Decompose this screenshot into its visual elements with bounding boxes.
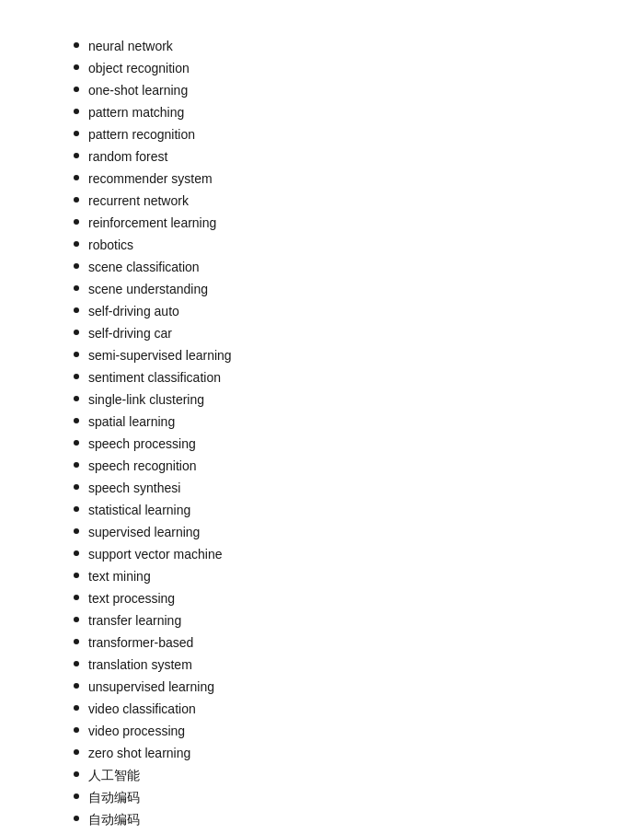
- bullet-dot-icon: [74, 374, 79, 379]
- list-item-text: text processing: [88, 589, 175, 608]
- list-item: semi-supervised learning: [74, 346, 570, 365]
- list-item-text: pattern recognition: [88, 125, 195, 145]
- list-item: zero shot learning: [74, 744, 570, 763]
- list-item-text: 人工智能: [88, 766, 140, 785]
- bullet-dot-icon: [74, 396, 79, 401]
- list-item: neural network: [74, 37, 570, 56]
- bullet-dot-icon: [74, 64, 79, 70]
- bullet-dot-icon: [74, 705, 79, 711]
- page-content: neural networkobject recognitionone-shot…: [0, 0, 644, 834]
- list-item: single-link clustering: [74, 390, 570, 410]
- list-item: 自动编码: [74, 788, 570, 807]
- list-item-text: sentiment classification: [88, 368, 221, 388]
- bullet-dot-icon: [74, 793, 79, 799]
- list-item: text mining: [74, 567, 570, 586]
- list-item-text: random forest: [88, 147, 167, 167]
- list-item-text: reinforcement learning: [88, 214, 216, 233]
- list-item: object recognition: [74, 59, 570, 78]
- bullet-dot-icon: [74, 639, 79, 644]
- bullet-dot-icon: [74, 42, 79, 48]
- list-item: transfer learning: [74, 611, 570, 631]
- bullet-dot-icon: [74, 330, 79, 335]
- bullet-list: neural networkobject recognitionone-shot…: [74, 37, 570, 834]
- list-item: supervised learning: [74, 523, 570, 542]
- list-item: one-shot learning: [74, 81, 570, 100]
- list-item-text: one-shot learning: [88, 81, 188, 100]
- list-item-text: self-driving car: [88, 324, 172, 343]
- list-item-text: neural network: [88, 37, 173, 56]
- list-item-text: single-link clustering: [88, 390, 204, 410]
- bullet-dot-icon: [74, 595, 79, 600]
- bullet-dot-icon: [74, 440, 79, 446]
- bullet-dot-icon: [74, 109, 79, 114]
- list-item: pattern recognition: [74, 125, 570, 145]
- list-item: spatial learning: [74, 412, 570, 432]
- list-item-text: speech synthesi: [88, 479, 180, 498]
- bullet-dot-icon: [74, 816, 79, 821]
- list-item: 人工智能: [74, 766, 570, 785]
- list-item: speech processing: [74, 434, 570, 454]
- list-item: scene classification: [74, 258, 570, 277]
- bullet-dot-icon: [74, 263, 79, 269]
- list-item-text: scene classification: [88, 258, 200, 277]
- list-item-text: zero shot learning: [88, 744, 190, 763]
- list-item: recurrent network: [74, 191, 570, 211]
- list-item: video classification: [74, 700, 570, 719]
- list-item-text: video processing: [88, 722, 185, 741]
- list-item: recommender system: [74, 169, 570, 189]
- list-item-text: transfer learning: [88, 611, 181, 631]
- list-item-text: self-driving auto: [88, 302, 179, 321]
- list-item: transformer-based: [74, 633, 570, 653]
- list-item: speech recognition: [74, 457, 570, 476]
- bullet-dot-icon: [74, 307, 79, 313]
- bullet-dot-icon: [74, 197, 79, 203]
- bullet-dot-icon: [74, 550, 79, 556]
- list-item-text: 自动编码: [88, 788, 140, 807]
- list-item-text: video classification: [88, 700, 196, 719]
- list-item-text: speech processing: [88, 434, 196, 454]
- bullet-dot-icon: [74, 131, 79, 136]
- list-item: statistical learning: [74, 501, 570, 520]
- list-item: random forest: [74, 147, 570, 167]
- list-item-text: translation system: [88, 655, 192, 675]
- list-item-text: pattern matching: [88, 103, 184, 122]
- list-item: pattern matching: [74, 103, 570, 122]
- bullet-dot-icon: [74, 528, 79, 534]
- list-item: video processing: [74, 722, 570, 741]
- list-item: 自动编码: [74, 810, 570, 829]
- list-item-text: spatial learning: [88, 412, 175, 432]
- bullet-dot-icon: [74, 175, 79, 180]
- list-item-text: support vector machine: [88, 545, 223, 564]
- bullet-dot-icon: [74, 749, 79, 755]
- list-item-text: robotics: [88, 236, 133, 255]
- bullet-dot-icon: [74, 241, 79, 247]
- list-item: reinforcement learning: [74, 214, 570, 233]
- bullet-dot-icon: [74, 219, 79, 225]
- bullet-dot-icon: [74, 87, 79, 92]
- list-item: scene understanding: [74, 280, 570, 299]
- bullet-dot-icon: [74, 462, 79, 468]
- list-item-text: supervised learning: [88, 523, 200, 542]
- list-item: self-driving car: [74, 324, 570, 343]
- list-item-text: semi-supervised learning: [88, 346, 232, 365]
- list-item: unsupervised learning: [74, 678, 570, 697]
- bullet-dot-icon: [74, 484, 79, 490]
- bullet-dot-icon: [74, 352, 79, 357]
- list-item-text: object recognition: [88, 59, 190, 78]
- list-item: sentiment classification: [74, 368, 570, 388]
- bullet-dot-icon: [74, 285, 79, 291]
- bullet-dot-icon: [74, 727, 79, 733]
- list-item: support vector machine: [74, 545, 570, 564]
- list-item: speech synthesi: [74, 479, 570, 498]
- bullet-dot-icon: [74, 506, 79, 512]
- bullet-dot-icon: [74, 771, 79, 777]
- list-item-text: recurrent network: [88, 191, 189, 211]
- list-item-text: transformer-based: [88, 633, 193, 653]
- list-item-text: scene understanding: [88, 280, 208, 299]
- list-item-text: unsupervised learning: [88, 678, 214, 697]
- list-item-text: statistical learning: [88, 501, 190, 520]
- bullet-dot-icon: [74, 661, 79, 666]
- list-item-text: speech recognition: [88, 457, 197, 476]
- list-item-text: recommender system: [88, 169, 213, 189]
- list-item: robotics: [74, 236, 570, 255]
